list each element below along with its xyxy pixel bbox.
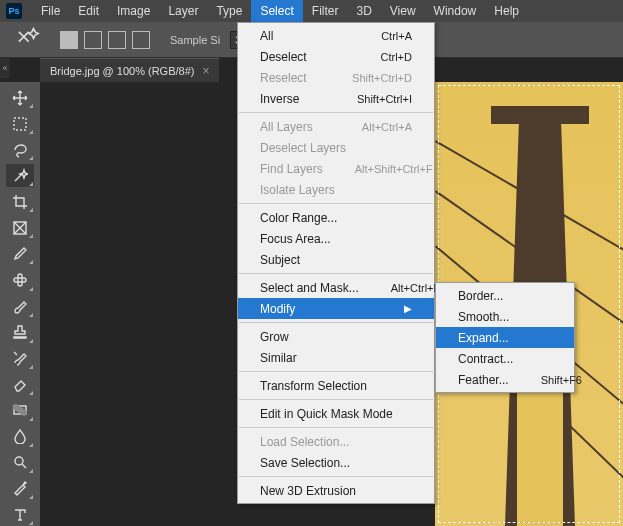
- menuitem-save-selection[interactable]: Save Selection...: [238, 452, 434, 473]
- document-tab[interactable]: Bridge.jpg @ 100% (RGB/8#) ×: [40, 58, 219, 82]
- menu-window[interactable]: Window: [425, 0, 486, 22]
- menuitem-transform-selection[interactable]: Transform Selection: [238, 375, 434, 396]
- menuitem-label: Isolate Layers: [260, 183, 335, 197]
- menuitem-label: Focus Area...: [260, 232, 331, 246]
- current-tool-icon[interactable]: [14, 29, 40, 51]
- tool-type[interactable]: [6, 503, 34, 526]
- menuitem-deselect-layers: Deselect Layers: [238, 137, 434, 158]
- menuitem-label: All Layers: [260, 120, 313, 134]
- menu-separator: [239, 427, 433, 428]
- svg-rect-2: [14, 278, 26, 282]
- menuitem-label: Save Selection...: [260, 456, 350, 470]
- menuitem-label: Deselect Layers: [260, 141, 346, 155]
- menuitem-label: Reselect: [260, 71, 307, 85]
- menuitem-contract[interactable]: Contract...: [436, 348, 574, 369]
- menu-type[interactable]: Type: [207, 0, 251, 22]
- tool-frame[interactable]: [6, 216, 34, 239]
- menu-help[interactable]: Help: [485, 0, 528, 22]
- menu-layer[interactable]: Layer: [159, 0, 207, 22]
- app-logo: Ps: [6, 3, 22, 19]
- menuitem-label: Feather...: [458, 373, 509, 387]
- menuitem-border[interactable]: Border...: [436, 285, 574, 306]
- menuitem-label: Load Selection...: [260, 435, 349, 449]
- tools-panel: [0, 82, 40, 526]
- tool-crop[interactable]: [6, 190, 34, 213]
- menuitem-label: Inverse: [260, 92, 299, 106]
- menu-3d[interactable]: 3D: [347, 0, 380, 22]
- selection-new-icon[interactable]: [60, 31, 78, 49]
- menuitem-edit-in-quick-mask-mode[interactable]: Edit in Quick Mask Mode: [238, 403, 434, 424]
- menuitem-feather[interactable]: Feather...Shift+F6: [436, 369, 574, 390]
- shortcut-label: Alt+Ctrl+A: [362, 121, 412, 133]
- menu-select[interactable]: Select: [251, 0, 302, 22]
- menu-filter[interactable]: Filter: [303, 0, 348, 22]
- tool-move[interactable]: [6, 86, 34, 109]
- menu-separator: [239, 273, 433, 274]
- close-icon[interactable]: ×: [202, 64, 209, 78]
- shortcut-label: Alt+Ctrl+R: [391, 282, 442, 294]
- tool-pen[interactable]: [6, 477, 34, 500]
- menuitem-select-and-mask[interactable]: Select and Mask...Alt+Ctrl+R: [238, 277, 434, 298]
- selection-mode-group: [60, 31, 150, 49]
- selection-intersect-icon[interactable]: [132, 31, 150, 49]
- svg-rect-0: [14, 118, 26, 130]
- menu-separator: [239, 203, 433, 204]
- menuitem-label: Color Range...: [260, 211, 337, 225]
- shortcut-label: Shift+Ctrl+D: [352, 72, 412, 84]
- tool-blur[interactable]: [6, 425, 34, 448]
- shortcut-label: Shift+F6: [541, 374, 582, 386]
- menuitem-focus-area[interactable]: Focus Area...: [238, 228, 434, 249]
- menuitem-load-selection: Load Selection...: [238, 431, 434, 452]
- menuitem-label: Smooth...: [458, 310, 509, 324]
- menuitem-all[interactable]: AllCtrl+A: [238, 25, 434, 46]
- sample-size-label: Sample Si: [170, 34, 220, 46]
- tool-gradient[interactable]: [6, 399, 34, 422]
- tool-eyedropper[interactable]: [6, 242, 34, 265]
- panel-collapse-handle[interactable]: «: [0, 58, 10, 78]
- tool-history-brush[interactable]: [6, 347, 34, 370]
- menuitem-label: Expand...: [458, 331, 509, 345]
- menu-separator: [239, 322, 433, 323]
- menuitem-label: Border...: [458, 289, 503, 303]
- menuitem-color-range[interactable]: Color Range...: [238, 207, 434, 228]
- shortcut-label: Alt+Shift+Ctrl+F: [355, 163, 433, 175]
- menuitem-grow[interactable]: Grow: [238, 326, 434, 347]
- menuitem-similar[interactable]: Similar: [238, 347, 434, 368]
- menuitem-label: Subject: [260, 253, 300, 267]
- menu-image[interactable]: Image: [108, 0, 159, 22]
- menuitem-isolate-layers: Isolate Layers: [238, 179, 434, 200]
- modify-submenu: Border...Smooth...Expand...Contract...Fe…: [435, 282, 575, 393]
- menu-file[interactable]: File: [32, 0, 69, 22]
- tool-magic-wand[interactable]: [6, 164, 34, 187]
- svg-rect-3: [18, 274, 22, 286]
- document-title: Bridge.jpg @ 100% (RGB/8#): [50, 65, 194, 77]
- menuitem-label: Transform Selection: [260, 379, 367, 393]
- menuitem-modify[interactable]: Modify▶: [238, 298, 434, 319]
- tool-marquee[interactable]: [6, 112, 34, 135]
- menuitem-expand[interactable]: Expand...: [436, 327, 574, 348]
- menu-edit[interactable]: Edit: [69, 0, 108, 22]
- menuitem-new-3d-extrusion[interactable]: New 3D Extrusion: [238, 480, 434, 501]
- menubar: Ps FileEditImageLayerTypeSelectFilter3DV…: [0, 0, 623, 22]
- tool-dodge[interactable]: [6, 451, 34, 474]
- menuitem-subject[interactable]: Subject: [238, 249, 434, 270]
- tool-brush[interactable]: [6, 295, 34, 318]
- menuitem-label: Edit in Quick Mask Mode: [260, 407, 393, 421]
- tool-eraser[interactable]: [6, 373, 34, 396]
- menuitem-label: Modify: [260, 302, 295, 316]
- tool-stamp[interactable]: [6, 321, 34, 344]
- menuitem-label: Select and Mask...: [260, 281, 359, 295]
- shortcut-label: Shift+Ctrl+I: [357, 93, 412, 105]
- menuitem-inverse[interactable]: InverseShift+Ctrl+I: [238, 88, 434, 109]
- menu-separator: [239, 399, 433, 400]
- selection-subtract-icon[interactable]: [108, 31, 126, 49]
- menuitem-reselect: ReselectShift+Ctrl+D: [238, 67, 434, 88]
- tool-lasso[interactable]: [6, 138, 34, 161]
- menuitem-label: Find Layers: [260, 162, 323, 176]
- menuitem-smooth[interactable]: Smooth...: [436, 306, 574, 327]
- menuitem-label: Similar: [260, 351, 297, 365]
- menu-view[interactable]: View: [381, 0, 425, 22]
- selection-add-icon[interactable]: [84, 31, 102, 49]
- tool-healing[interactable]: [6, 268, 34, 291]
- menuitem-deselect[interactable]: DeselectCtrl+D: [238, 46, 434, 67]
